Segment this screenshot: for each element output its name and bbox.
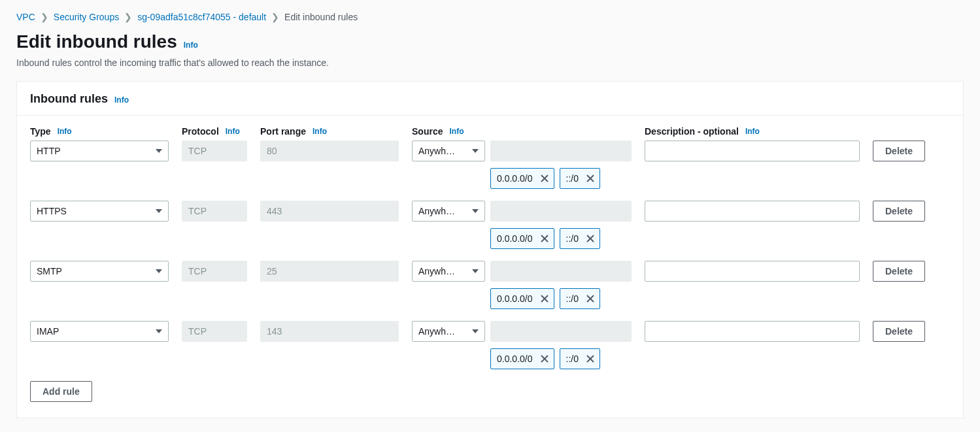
remove-chip-button[interactable] xyxy=(539,293,550,304)
rule-row: HTTPS TCP 443 Anywh… 0.0.0.0/0 ::/0 xyxy=(30,201,950,249)
inbound-rules-panel: Inbound rules Info Type Info Protocol In… xyxy=(16,81,964,418)
source-search-input xyxy=(490,201,632,222)
col-header-type: Type xyxy=(30,126,51,137)
source-chips: 0.0.0.0/0 ::/0 xyxy=(490,228,632,249)
protocol-field: TCP xyxy=(182,321,247,342)
page-title: Edit inbound rules xyxy=(16,31,177,52)
description-input[interactable] xyxy=(645,201,860,222)
page-description: Inbound rules control the incoming traff… xyxy=(0,58,980,81)
protocol-field: TCP xyxy=(182,261,247,282)
breadcrumb-link-sg[interactable]: sg-09adfa51c8cf74055 - default xyxy=(137,12,266,22)
protocol-field: TCP xyxy=(182,141,247,161)
breadcrumb-link-security-groups[interactable]: Security Groups xyxy=(54,12,119,22)
type-select[interactable]: SMTP xyxy=(30,261,169,282)
source-chip: ::/0 xyxy=(560,168,600,189)
source-select[interactable]: Anywh… xyxy=(412,261,485,282)
type-select[interactable]: IMAP xyxy=(30,321,169,342)
col-header-port: Port range xyxy=(260,126,306,137)
chip-label: 0.0.0.0/0 xyxy=(497,233,533,244)
source-chip: ::/0 xyxy=(560,348,600,369)
port-range-field: 143 xyxy=(260,321,399,342)
source-search-input xyxy=(490,141,632,161)
info-link-protocol[interactable]: Info xyxy=(226,127,240,136)
chip-label: 0.0.0.0/0 xyxy=(497,354,533,364)
protocol-field: TCP xyxy=(182,201,247,222)
info-link-source[interactable]: Info xyxy=(449,127,464,136)
source-chip: 0.0.0.0/0 xyxy=(490,288,554,309)
breadcrumb: VPC ❯ Security Groups ❯ sg-09adfa51c8cf7… xyxy=(0,0,980,31)
remove-chip-button[interactable] xyxy=(585,293,596,304)
breadcrumb-link-vpc[interactable]: VPC xyxy=(16,12,35,22)
port-range-field: 25 xyxy=(260,261,399,282)
source-chip: ::/0 xyxy=(560,228,600,249)
remove-chip-button[interactable] xyxy=(539,173,550,184)
breadcrumb-current: Edit inbound rules xyxy=(284,12,358,22)
info-link-description[interactable]: Info xyxy=(745,127,760,136)
source-chips: 0.0.0.0/0 ::/0 xyxy=(490,288,632,309)
add-rule-button[interactable]: Add rule xyxy=(30,381,92,402)
type-select[interactable]: HTTPS xyxy=(30,201,169,222)
source-select[interactable]: Anywh… xyxy=(412,141,485,161)
rule-row: IMAP TCP 143 Anywh… 0.0.0.0/0 ::/0 xyxy=(30,321,950,369)
chevron-right-icon: ❯ xyxy=(41,12,48,22)
source-search-input xyxy=(490,261,632,282)
port-range-field: 80 xyxy=(260,141,399,161)
rules-header-row: Type Info Protocol Info Port range Info … xyxy=(30,126,950,137)
source-chip: 0.0.0.0/0 xyxy=(490,168,554,189)
source-search-input xyxy=(490,321,632,342)
info-link-type[interactable]: Info xyxy=(58,127,72,136)
description-input[interactable] xyxy=(645,261,860,282)
delete-rule-button[interactable]: Delete xyxy=(873,261,925,282)
chip-label: 0.0.0.0/0 xyxy=(497,293,533,304)
chip-label: ::/0 xyxy=(566,173,579,184)
source-chips: 0.0.0.0/0 ::/0 xyxy=(490,168,632,189)
info-link-page[interactable]: Info xyxy=(184,41,198,50)
info-link-port[interactable]: Info xyxy=(313,127,327,136)
chevron-right-icon: ❯ xyxy=(124,12,132,22)
rule-row: SMTP TCP 25 Anywh… 0.0.0.0/0 ::/0 xyxy=(30,261,950,309)
panel-title: Inbound rules xyxy=(30,92,108,106)
delete-rule-button[interactable]: Delete xyxy=(873,141,925,161)
chip-label: ::/0 xyxy=(566,354,579,364)
description-input[interactable] xyxy=(645,141,860,161)
type-select[interactable]: HTTP xyxy=(30,141,169,161)
source-chips: 0.0.0.0/0 ::/0 xyxy=(490,348,632,369)
info-link-panel[interactable]: Info xyxy=(114,95,129,105)
remove-chip-button[interactable] xyxy=(585,173,596,184)
source-chip: 0.0.0.0/0 xyxy=(490,228,554,249)
description-input[interactable] xyxy=(645,321,860,342)
rule-row: HTTP TCP 80 Anywh… 0.0.0.0/0 ::/0 xyxy=(30,141,950,189)
chip-label: ::/0 xyxy=(566,233,579,244)
delete-rule-button[interactable]: Delete xyxy=(873,321,925,342)
chip-label: ::/0 xyxy=(566,293,579,304)
remove-chip-button[interactable] xyxy=(585,354,596,364)
delete-rule-button[interactable]: Delete xyxy=(873,201,925,222)
remove-chip-button[interactable] xyxy=(539,354,550,364)
chip-label: 0.0.0.0/0 xyxy=(497,173,533,184)
col-header-source: Source xyxy=(412,126,443,137)
source-select[interactable]: Anywh… xyxy=(412,321,485,342)
source-chip: ::/0 xyxy=(560,288,600,309)
source-select[interactable]: Anywh… xyxy=(412,201,485,222)
remove-chip-button[interactable] xyxy=(539,233,550,244)
port-range-field: 443 xyxy=(260,201,399,222)
col-header-description: Description - optional xyxy=(645,126,739,137)
chevron-right-icon: ❯ xyxy=(271,12,279,22)
col-header-protocol: Protocol xyxy=(182,126,219,137)
remove-chip-button[interactable] xyxy=(585,233,596,244)
source-chip: 0.0.0.0/0 xyxy=(490,348,554,369)
